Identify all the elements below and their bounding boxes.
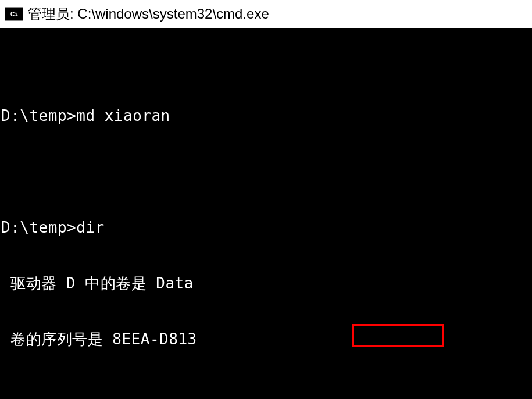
prompt-path-1: D:\temp> [1,107,76,124]
prompt-command-1: md xiaoran [76,107,170,124]
window-title: 管理员: C:\windows\system32\cmd.exe [28,5,269,23]
title-bar: C:\. 管理员: C:\windows\system32\cmd.exe [0,0,532,29]
terminal-content: D:\temp>md xiaoran D:\temp>dir 驱动器 D 中的卷… [1,70,531,399]
terminal-output[interactable]: D:\temp>md xiaoran D:\temp>dir 驱动器 D 中的卷… [0,29,532,399]
volume-line-1: 驱动器 D 中的卷是 Data [1,275,531,293]
blank-1 [1,163,531,181]
prompt-line-2: D:\temp>dir [1,219,531,237]
prompt-line-1: D:\temp>md xiaoran [1,107,531,126]
blank-2 [1,386,531,399]
prompt-command-2: dir [76,219,104,236]
prompt-path-2: D:\temp> [1,219,76,236]
volume-line-2: 卷的序列号是 8EEA-D813 [1,330,531,349]
cmd-icon: C:\. [5,7,23,21]
